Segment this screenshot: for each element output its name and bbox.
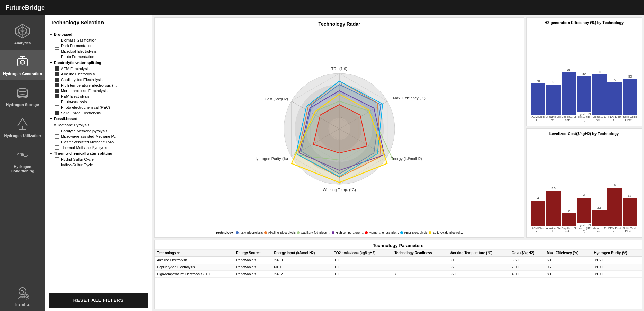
filter-microwave-methane[interactable]: Microwave-assisted Methane P…: [45, 134, 152, 139]
table-cell: Alkaline Electrolysis: [155, 257, 234, 264]
group-bio-based[interactable]: ▼ Bio-based: [45, 31, 152, 37]
checkbox-solid-oxide[interactable]: [55, 111, 59, 115]
filter-membrane-less[interactable]: Membrane-less Electrolysis: [45, 88, 152, 94]
filter-thermal-methane[interactable]: Thermal Methane Pyrolysis: [45, 145, 152, 150]
filter-microbial-electrolysis[interactable]: Microbial Electrolysis: [45, 48, 152, 54]
filter-iodine-sulfur[interactable]: Iodine-Sulfur Cycle: [45, 162, 152, 168]
group-label-thermochemical: Thermo-chemical water splitting: [54, 151, 113, 156]
bar-value-label: 4: [537, 196, 539, 200]
sidebar-item-hydrogen-storage[interactable]: Hydrogen Storage: [0, 80, 45, 111]
table-cell: 9: [393, 257, 448, 264]
bar-column: 6PEM Electr…: [607, 184, 622, 233]
insights-icon: [14, 284, 31, 301]
table-cell: 0.0: [332, 264, 393, 271]
hydrogen-generation-icon: H₂: [14, 54, 31, 70]
table-cell: 99.90: [592, 264, 642, 271]
filter-pem-electrolysis[interactable]: PEM Electrolysis: [45, 94, 152, 99]
bar-rect: [592, 210, 607, 226]
table-cell: 7: [393, 271, 448, 278]
filter-hybrid-sulfur[interactable]: Hydrid-Sulfur Cycle: [45, 157, 152, 162]
sidebar-item-hydrogen-generation[interactable]: H₂ Hydrogen Generation: [0, 50, 45, 80]
legend-capillary: Capillary-fed Electr…: [297, 231, 330, 234]
filter-aem-electrolysis[interactable]: AEM Electrolysis: [45, 66, 152, 71]
filter-photo-fermentation[interactable]: Photo Fermentation: [45, 54, 152, 60]
bar-column: 4AEM Electr…: [531, 196, 545, 233]
hydrogen-utilization-icon: [14, 116, 31, 132]
table-cell: 237.0: [272, 257, 331, 264]
filter-capillary-electrolysis[interactable]: Capillary-fed Electrolysis: [45, 77, 152, 82]
sidebar-item-analytics[interactable]: Analytics: [0, 19, 45, 50]
radar-title: Technology Radar: [318, 18, 360, 28]
params-table: Technology Energy Source Energy input (k…: [155, 250, 642, 278]
svg-text:Energy (kJ/molH2): Energy (kJ/molH2): [391, 157, 422, 161]
checkbox-microwave-methane[interactable]: [55, 134, 59, 139]
reset-filters-button[interactable]: RESET ALL FILTERS: [49, 293, 148, 308]
filter-alkaline-electrolysis[interactable]: Alkaline Electrolysis: [45, 71, 152, 77]
icon-sidebar: Analytics H₂ Hydrogen Generation: [0, 15, 45, 311]
table-cell: 6: [393, 264, 448, 271]
checkbox-thermal-methane[interactable]: [55, 145, 59, 150]
bar-column: 2.5Memb… Electr…: [592, 206, 607, 233]
bar-rect: [577, 198, 591, 223]
group-methane-pyrolysis[interactable]: ▼ Methane Pyrolysis: [45, 122, 152, 128]
checkbox-hybrid-sulfur[interactable]: [55, 157, 59, 161]
filter-high-temp-electrolysis[interactable]: High-temperature Electrolysis (…: [45, 82, 152, 88]
table-cell: 85: [448, 264, 510, 271]
checkbox-pem[interactable]: [55, 94, 59, 98]
bar-column: 5.5Alkaline Electr…: [546, 187, 561, 233]
legend-dot-high-temp: [332, 231, 334, 234]
bar-rect: [607, 82, 622, 115]
checkbox-iodine-sulfur[interactable]: [55, 163, 59, 167]
sidebar-item-hydrogen-utilization[interactable]: Hydrogen Utilization: [0, 112, 45, 142]
arrow-thermochemical: ▼: [49, 152, 53, 156]
legend-dot-aem: [236, 231, 239, 234]
legend-solid-oxide: Solid Oxide Electrol…: [429, 231, 463, 234]
bar-column: 80High-t… Electr… (HTE): [577, 72, 591, 122]
checkbox-photo-catalysis[interactable]: [55, 100, 59, 104]
bar-column: 2Capilla… Electr…: [562, 209, 576, 233]
table-cell: 68: [545, 257, 592, 264]
filter-pec[interactable]: Photo-electrochemical (PEC): [45, 105, 152, 110]
bar-value-label: 90: [598, 70, 601, 74]
sidebar-item-insights[interactable]: Insights: [0, 280, 45, 311]
filter-dark-fermentation[interactable]: Dark Fermentation: [45, 43, 152, 48]
filter-catalytic-methane[interactable]: Catalytic Methane pyrolysis: [45, 128, 152, 134]
bar-value-label: 2.5: [597, 206, 602, 210]
group-thermochemical[interactable]: ▼ Thermo-chemical water splitting: [45, 150, 152, 157]
efficiency-chart-title: H2 generation Efficiency (%) by Technolo…: [529, 20, 639, 25]
table-scroll[interactable]: Technology Energy Source Energy input (k…: [155, 250, 642, 309]
bar-label: Memb… Electr…: [592, 227, 607, 233]
checkbox-plasma-methane[interactable]: [55, 140, 59, 144]
checkbox-microbial-electrolysis[interactable]: [55, 49, 59, 53]
radar-svg-container: TRL (1-9) Max. Efficiency (%) Energy (kJ…: [155, 28, 524, 230]
table-cell: 95: [545, 264, 592, 271]
arrow-fossil: ▼: [49, 117, 53, 121]
sidebar-item-hydrogen-conditioning[interactable]: Hydrogen Conditioning: [0, 142, 45, 178]
efficiency-bar-chart: 70AEM Electr…68Alkaline Electr…95Capilla…: [529, 27, 639, 123]
checkbox-biomass-gasification[interactable]: [55, 38, 59, 42]
bar-column: 4.3Solid Oxide Electr…: [623, 194, 637, 233]
table-cell: 0.0: [332, 257, 393, 264]
checkbox-dark-fermentation[interactable]: [55, 44, 59, 48]
checkbox-high-temp[interactable]: [55, 83, 59, 87]
bar-rect: [623, 79, 637, 115]
filter-plasma-methane[interactable]: Plasma-assisted Methane Pyrol…: [45, 139, 152, 145]
table-cell: Renewable s: [234, 257, 272, 264]
checkbox-alkaline-electrolysis[interactable]: [55, 72, 59, 76]
filter-photo-catalysis[interactable]: Photo-catalysis: [45, 99, 152, 105]
checkbox-capillary-electrolysis[interactable]: [55, 78, 59, 82]
checkbox-pec[interactable]: [55, 105, 59, 109]
checkbox-photo-fermentation[interactable]: [55, 55, 59, 59]
checkbox-aem-electrolysis[interactable]: [55, 66, 59, 71]
group-fossil[interactable]: ▼ Fossil-based: [45, 116, 152, 122]
legend-high-temp: High-temperature …: [332, 231, 364, 234]
legend-dot-solid-oxide: [429, 231, 431, 234]
sidebar-label-hydrogen-storage: Hydrogen Storage: [6, 103, 39, 107]
filter-biomass-gasification[interactable]: Biomass Gasification: [45, 37, 152, 43]
checkbox-membrane-less[interactable]: [55, 89, 59, 93]
filter-solid-oxide[interactable]: Solid Oxide Electrolysis: [45, 110, 152, 116]
bar-rect: [562, 72, 576, 115]
col-cost: Cost ($/kgH2): [510, 250, 545, 257]
group-electrolytic[interactable]: ▼ Electrolytic water splitting: [45, 60, 152, 66]
checkbox-catalytic-methane[interactable]: [55, 129, 59, 133]
